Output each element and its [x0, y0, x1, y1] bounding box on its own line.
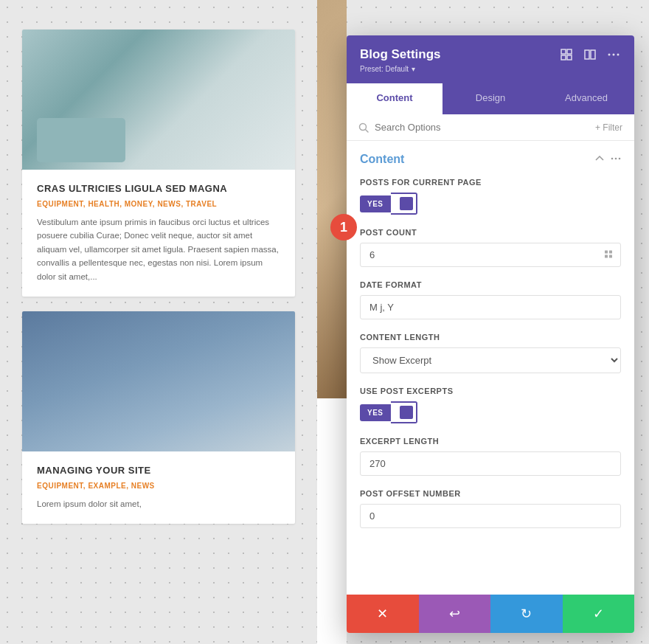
- svg-point-13: [619, 157, 621, 159]
- panel-preset[interactable]: Preset: Default ▾: [360, 65, 621, 73]
- blog-card-2-image: [22, 311, 295, 451]
- post-offset-label: Post Offset Number: [360, 489, 621, 498]
- post-count-input-wrapper: [360, 243, 621, 267]
- preview-text-bottom: [317, 398, 347, 644]
- svg-rect-1: [567, 49, 572, 54]
- toggle-thumb-2[interactable]: [391, 401, 417, 423]
- settings-panel: Blog Settings: [347, 35, 634, 633]
- tab-design[interactable]: Design: [442, 83, 538, 114]
- panel-search-bar: + Filter: [347, 114, 634, 141]
- section-header-actions: [594, 153, 621, 166]
- toggle-yes-label-2: YES: [360, 404, 391, 421]
- undo-button[interactable]: ↩: [419, 595, 491, 633]
- use-post-excerpts-label: Use Post Excerpts: [360, 387, 621, 395]
- post-count-input[interactable]: [360, 243, 621, 267]
- save-button[interactable]: ✓: [563, 595, 635, 633]
- redo-button[interactable]: ↻: [490, 595, 563, 633]
- blog-card-1-tags: EQUIPMENT, HEALTH, MONEY, NEWS, TRAVEL: [37, 200, 280, 208]
- section-more-icon[interactable]: [611, 153, 621, 166]
- use-post-excerpts-group: Use Post Excerpts YES: [360, 387, 621, 423]
- content-length-group: Content Length Show Excerpt Show Full Co…: [360, 333, 621, 373]
- blog-card-2-body: MANAGING YOUR SITE EQUIPMENT, EXAMPLE, N…: [22, 451, 295, 524]
- panel-title: Blog Settings: [360, 47, 441, 62]
- blog-card-1-image: [22, 30, 295, 170]
- blog-card-1-excerpt: Vestibulum ante ipsum primis in faucibus…: [37, 215, 280, 283]
- excerpt-length-group: Excerpt Length: [360, 437, 621, 476]
- excerpt-length-input[interactable]: [360, 451, 621, 476]
- date-format-input[interactable]: [360, 295, 621, 319]
- panel-body: Content Posts For Current Page: [347, 141, 634, 595]
- search-icon: [358, 122, 369, 133]
- toggle-yes-label: YES: [360, 195, 391, 212]
- search-input[interactable]: [375, 122, 589, 133]
- post-offset-group: Post Offset Number: [360, 489, 621, 528]
- post-count-icon: [603, 249, 614, 261]
- svg-point-12: [615, 157, 617, 159]
- posts-for-current-page-label: Posts For Current Page: [360, 178, 621, 187]
- toggle-thumb[interactable]: [391, 193, 417, 215]
- blog-card-1-body: CRAS ULTRICIES LIGULA SED MAGNA EQUIPMEN…: [22, 170, 295, 297]
- posts-for-current-page-group: Posts For Current Page YES: [360, 178, 621, 215]
- tab-advanced[interactable]: Advanced: [538, 83, 634, 114]
- preview-image-top: [317, 0, 347, 398]
- svg-rect-16: [605, 255, 608, 257]
- svg-point-7: [613, 54, 615, 56]
- more-options-icon[interactable]: [606, 47, 621, 62]
- svg-rect-0: [561, 49, 566, 54]
- post-count-group: Post Count: [360, 228, 621, 267]
- blog-card-2-title: MANAGING YOUR SITE: [37, 465, 280, 476]
- svg-rect-17: [609, 255, 612, 257]
- svg-rect-14: [605, 250, 608, 253]
- panel-toolbar: ✕ ↩ ↻ ✓: [347, 595, 634, 633]
- excerpts-toggle[interactable]: YES: [360, 401, 621, 423]
- date-format-label: Date Format: [360, 280, 621, 289]
- panel-header-top: Blog Settings: [360, 47, 621, 62]
- expand-icon[interactable]: [559, 47, 574, 62]
- section-title: Content: [360, 153, 404, 166]
- columns-icon[interactable]: [583, 47, 597, 62]
- blog-area: CRAS ULTRICIES LIGULA SED MAGNA EQUIPMEN…: [0, 0, 317, 644]
- blog-card-2-excerpt: Lorem ipsum dolor sit amet,: [37, 497, 280, 510]
- date-format-group: Date Format: [360, 280, 621, 319]
- panel-header: Blog Settings: [347, 35, 634, 83]
- content-length-select[interactable]: Show Excerpt Show Full Content: [360, 347, 621, 373]
- svg-point-6: [608, 54, 611, 56]
- content-length-label: Content Length: [360, 333, 621, 342]
- blog-card-2: MANAGING YOUR SITE EQUIPMENT, EXAMPLE, N…: [22, 311, 295, 524]
- collapse-icon[interactable]: [594, 153, 605, 166]
- filter-button[interactable]: + Filter: [595, 122, 622, 133]
- blog-card-1-title: CRAS ULTRICIES LIGULA SED MAGNA: [37, 183, 280, 194]
- section-header: Content: [360, 153, 621, 166]
- svg-rect-3: [567, 55, 572, 60]
- svg-point-8: [617, 54, 620, 56]
- svg-rect-2: [561, 55, 566, 60]
- cancel-button[interactable]: ✕: [347, 595, 419, 633]
- post-offset-input[interactable]: [360, 504, 621, 528]
- svg-rect-4: [585, 50, 589, 59]
- svg-line-10: [366, 129, 369, 132]
- svg-rect-15: [609, 250, 612, 253]
- tab-content[interactable]: Content: [347, 83, 442, 114]
- blog-card-1: CRAS ULTRICIES LIGULA SED MAGNA EQUIPMEN…: [22, 30, 295, 297]
- step-badge: 1: [330, 214, 357, 240]
- excerpt-length-label: Excerpt Length: [360, 437, 621, 446]
- blog-card-2-tags: EQUIPMENT, EXAMPLE, NEWS: [37, 482, 280, 490]
- svg-point-11: [611, 157, 614, 159]
- preview-strip: [317, 0, 347, 644]
- svg-rect-5: [591, 50, 595, 59]
- panel-tabs: Content Design Advanced: [347, 83, 634, 114]
- post-count-label: Post Count: [360, 228, 621, 237]
- posts-toggle[interactable]: YES: [360, 193, 621, 215]
- panel-header-icons: [559, 47, 621, 62]
